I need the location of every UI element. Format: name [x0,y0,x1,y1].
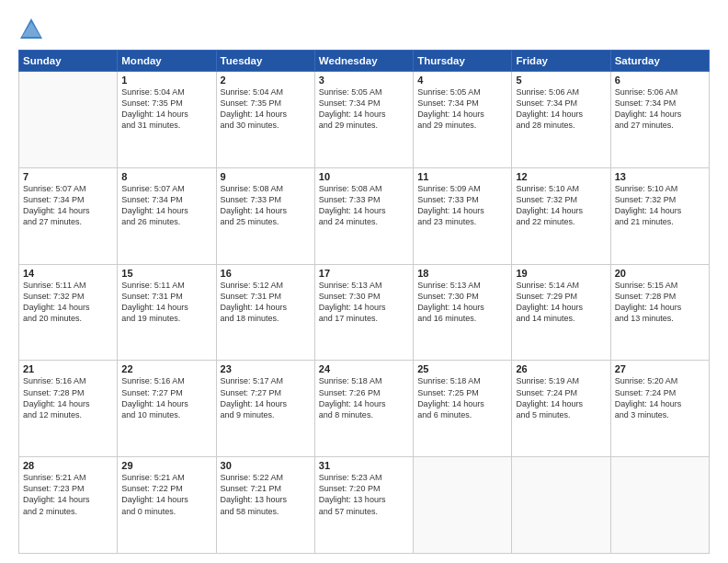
day-info: Sunrise: 5:09 AM Sunset: 7:33 PM Dayligh… [417,183,507,228]
day-number: 1 [121,75,211,86]
calendar-cell: 2Sunrise: 5:04 AM Sunset: 7:35 PM Daylig… [216,72,314,168]
calendar-week-5: 28Sunrise: 5:21 AM Sunset: 7:23 PM Dayli… [19,457,710,554]
day-number: 10 [319,171,409,182]
day-number: 7 [23,171,113,182]
day-header-tuesday: Tuesday [216,51,314,72]
day-info: Sunrise: 5:14 AM Sunset: 7:29 PM Dayligh… [516,280,606,325]
day-header-friday: Friday [512,51,610,72]
day-number: 18 [417,268,507,279]
day-header-monday: Monday [118,51,216,72]
logo [18,17,48,42]
calendar-cell [19,72,118,168]
calendar-cell: 5Sunrise: 5:06 AM Sunset: 7:34 PM Daylig… [512,72,610,168]
calendar-cell: 8Sunrise: 5:07 AM Sunset: 7:34 PM Daylig… [118,167,216,264]
calendar-cell: 3Sunrise: 5:05 AM Sunset: 7:34 PM Daylig… [314,72,413,168]
header [18,17,710,42]
calendar-cell [610,457,709,554]
calendar-cell: 12Sunrise: 5:10 AM Sunset: 7:32 PM Dayli… [512,167,610,264]
day-header-thursday: Thursday [414,51,512,72]
day-info: Sunrise: 5:19 AM Sunset: 7:24 PM Dayligh… [516,375,606,420]
logo-icon [18,17,44,42]
day-info: Sunrise: 5:21 AM Sunset: 7:22 PM Dayligh… [121,472,211,517]
day-info: Sunrise: 5:15 AM Sunset: 7:28 PM Dayligh… [615,280,705,325]
day-number: 27 [615,363,705,374]
day-number: 31 [319,460,409,471]
day-info: Sunrise: 5:18 AM Sunset: 7:25 PM Dayligh… [417,375,507,420]
day-number: 6 [615,75,705,86]
day-number: 19 [516,268,606,279]
calendar-cell: 26Sunrise: 5:19 AM Sunset: 7:24 PM Dayli… [512,361,610,457]
day-number: 2 [221,75,311,86]
calendar-cell: 1Sunrise: 5:04 AM Sunset: 7:35 PM Daylig… [118,72,216,168]
calendar-cell: 16Sunrise: 5:12 AM Sunset: 7:31 PM Dayli… [216,264,314,361]
calendar-cell: 24Sunrise: 5:18 AM Sunset: 7:26 PM Dayli… [314,361,413,457]
day-header-saturday: Saturday [610,51,709,72]
day-info: Sunrise: 5:23 AM Sunset: 7:20 PM Dayligh… [319,472,409,517]
day-number: 24 [319,363,409,374]
day-info: Sunrise: 5:07 AM Sunset: 7:34 PM Dayligh… [23,183,113,228]
day-info: Sunrise: 5:18 AM Sunset: 7:26 PM Dayligh… [319,375,409,420]
calendar-cell: 20Sunrise: 5:15 AM Sunset: 7:28 PM Dayli… [610,264,709,361]
day-info: Sunrise: 5:17 AM Sunset: 7:27 PM Dayligh… [221,375,311,420]
day-number: 13 [615,171,705,182]
calendar-cell: 27Sunrise: 5:20 AM Sunset: 7:24 PM Dayli… [610,361,709,457]
calendar-cell: 11Sunrise: 5:09 AM Sunset: 7:33 PM Dayli… [414,167,512,264]
day-number: 26 [516,363,606,374]
calendar-cell: 10Sunrise: 5:08 AM Sunset: 7:33 PM Dayli… [314,167,413,264]
calendar-cell: 6Sunrise: 5:06 AM Sunset: 7:34 PM Daylig… [610,72,709,168]
day-info: Sunrise: 5:10 AM Sunset: 7:32 PM Dayligh… [615,183,705,228]
day-number: 4 [417,75,507,86]
day-number: 17 [319,268,409,279]
day-number: 20 [615,268,705,279]
day-info: Sunrise: 5:22 AM Sunset: 7:21 PM Dayligh… [221,472,311,517]
calendar-cell: 18Sunrise: 5:13 AM Sunset: 7:30 PM Dayli… [414,264,512,361]
day-info: Sunrise: 5:06 AM Sunset: 7:34 PM Dayligh… [615,86,705,132]
day-header-sunday: Sunday [19,51,118,72]
day-number: 14 [23,268,113,279]
calendar-header-row: SundayMondayTuesdayWednesdayThursdayFrid… [19,51,710,72]
svg-marker-1 [22,22,40,37]
calendar-cell: 21Sunrise: 5:16 AM Sunset: 7:28 PM Dayli… [19,361,118,457]
day-number: 3 [319,75,409,86]
day-number: 12 [516,171,606,182]
calendar-week-1: 1Sunrise: 5:04 AM Sunset: 7:35 PM Daylig… [19,72,710,168]
day-info: Sunrise: 5:16 AM Sunset: 7:28 PM Dayligh… [23,375,113,420]
day-info: Sunrise: 5:08 AM Sunset: 7:33 PM Dayligh… [221,183,311,228]
calendar-cell: 7Sunrise: 5:07 AM Sunset: 7:34 PM Daylig… [19,167,118,264]
calendar-table: SundayMondayTuesdayWednesdayThursdayFrid… [18,50,710,554]
calendar-week-2: 7Sunrise: 5:07 AM Sunset: 7:34 PM Daylig… [19,167,710,264]
day-number: 8 [121,171,211,182]
calendar-week-4: 21Sunrise: 5:16 AM Sunset: 7:28 PM Dayli… [19,361,710,457]
day-number: 5 [516,75,606,86]
day-number: 25 [417,363,507,374]
calendar-cell: 15Sunrise: 5:11 AM Sunset: 7:31 PM Dayli… [118,264,216,361]
calendar-cell [512,457,610,554]
day-info: Sunrise: 5:08 AM Sunset: 7:33 PM Dayligh… [319,183,409,228]
calendar-week-3: 14Sunrise: 5:11 AM Sunset: 7:32 PM Dayli… [19,264,710,361]
day-number: 29 [121,460,211,471]
day-info: Sunrise: 5:13 AM Sunset: 7:30 PM Dayligh… [319,280,409,325]
day-info: Sunrise: 5:21 AM Sunset: 7:23 PM Dayligh… [23,472,113,517]
calendar-cell: 14Sunrise: 5:11 AM Sunset: 7:32 PM Dayli… [19,264,118,361]
day-number: 28 [23,460,113,471]
day-number: 16 [221,268,311,279]
day-number: 30 [221,460,311,471]
day-info: Sunrise: 5:10 AM Sunset: 7:32 PM Dayligh… [516,183,606,228]
calendar-cell: 17Sunrise: 5:13 AM Sunset: 7:30 PM Dayli… [314,264,413,361]
calendar-cell: 9Sunrise: 5:08 AM Sunset: 7:33 PM Daylig… [216,167,314,264]
day-info: Sunrise: 5:11 AM Sunset: 7:32 PM Dayligh… [23,280,113,325]
day-info: Sunrise: 5:11 AM Sunset: 7:31 PM Dayligh… [121,280,211,325]
day-number: 15 [121,268,211,279]
calendar-cell: 23Sunrise: 5:17 AM Sunset: 7:27 PM Dayli… [216,361,314,457]
calendar-cell: 25Sunrise: 5:18 AM Sunset: 7:25 PM Dayli… [414,361,512,457]
day-number: 23 [221,363,311,374]
day-info: Sunrise: 5:05 AM Sunset: 7:34 PM Dayligh… [319,86,409,132]
calendar-cell: 29Sunrise: 5:21 AM Sunset: 7:22 PM Dayli… [118,457,216,554]
calendar-cell: 28Sunrise: 5:21 AM Sunset: 7:23 PM Dayli… [19,457,118,554]
day-info: Sunrise: 5:16 AM Sunset: 7:27 PM Dayligh… [121,375,211,420]
day-number: 11 [417,171,507,182]
day-number: 9 [221,171,311,182]
day-info: Sunrise: 5:04 AM Sunset: 7:35 PM Dayligh… [121,86,211,132]
calendar-cell: 30Sunrise: 5:22 AM Sunset: 7:21 PM Dayli… [216,457,314,554]
calendar-cell: 22Sunrise: 5:16 AM Sunset: 7:27 PM Dayli… [118,361,216,457]
